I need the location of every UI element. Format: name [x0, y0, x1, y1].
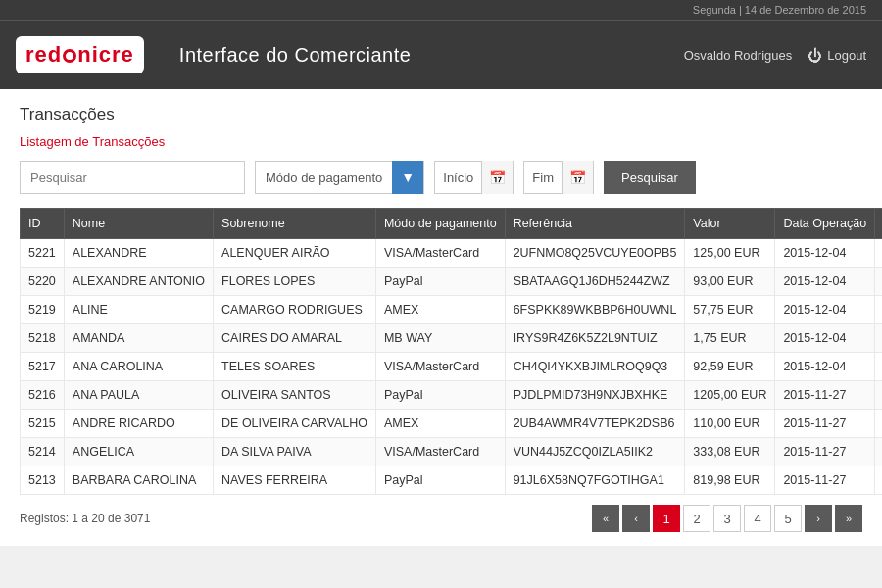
- cell-data-operação: 2015-11-27: [775, 381, 875, 410]
- cell-id: 5214: [21, 438, 65, 466]
- records-info: Registos: 1 a 20 de 3071: [20, 512, 150, 525]
- next-page-button[interactable]: ›: [805, 505, 832, 532]
- cell-estado-da-operação: Autorizado: [875, 268, 882, 296]
- cell-módo-de-pagamento: PayPal: [375, 381, 505, 410]
- cell-referência: PJDLPMID73H9NXJBXHKE: [505, 381, 685, 410]
- cell-data-operação: 2015-12-04: [775, 353, 875, 381]
- cell-sobrenome: ALENQUER AIRÃO: [214, 239, 376, 268]
- transactions-table: IDNomeSobrenomeMódo de pagamentoReferênc…: [20, 208, 882, 495]
- table-row[interactable]: 5215ANDRE RICARDODE OLIVEIRA CARVALHOAME…: [21, 410, 883, 438]
- date-start-input[interactable]: Início 📅: [434, 161, 514, 194]
- cell-sobrenome: CAMARGO RODRIGUES: [214, 296, 376, 324]
- payment-mode-arrow-icon[interactable]: ▼: [392, 161, 423, 194]
- page-button-4[interactable]: 4: [744, 505, 771, 532]
- cell-módo-de-pagamento: MB WAY: [375, 324, 505, 353]
- page-button-5[interactable]: 5: [774, 505, 802, 532]
- table-row[interactable]: 5218AMANDACAIRES DO AMARALMB WAYIRYS9R4Z…: [21, 324, 883, 353]
- section-link[interactable]: Listagem de Transacções: [20, 134, 862, 149]
- cell-valor: 1,75 EUR: [685, 324, 775, 353]
- table-row[interactable]: 5221ALEXANDREALENQUER AIRÃOVISA/MasterCa…: [21, 239, 883, 268]
- cell-id: 5219: [21, 296, 65, 324]
- cell-valor: 110,00 EUR: [685, 410, 775, 438]
- cell-sobrenome: NAVES FERREIRA: [214, 466, 376, 495]
- search-input[interactable]: [20, 161, 245, 194]
- column-header-data-operação: Data Operação: [775, 209, 875, 239]
- column-header-nome: Nome: [64, 209, 213, 239]
- main-header: rednicre Interface do Comerciante Osvald…: [0, 21, 882, 89]
- cell-nome: ANA CAROLINA: [64, 353, 213, 381]
- cell-referência: CH4QI4YKXBJIMLROQ9Q3: [505, 353, 685, 381]
- table-header: IDNomeSobrenomeMódo de pagamentoReferênc…: [21, 209, 883, 239]
- column-header-id: ID: [21, 209, 65, 239]
- filter-bar: Módo de pagamento ▼ Início 📅 Fim 📅 Pesqu…: [20, 161, 862, 194]
- table-row[interactable]: 5220ALEXANDRE ANTONIOFLORES LOPESPayPalS…: [21, 268, 883, 296]
- cell-módo-de-pagamento: PayPal: [375, 466, 505, 495]
- cell-referência: IRYS9R4Z6K5Z2L9NTUIZ: [505, 324, 685, 353]
- cell-data-operação: 2015-12-04: [775, 239, 875, 268]
- cell-nome: ALEXANDRE: [64, 239, 213, 268]
- cell-id: 5221: [21, 239, 65, 268]
- logout-button[interactable]: ⏻ Logout: [808, 47, 866, 64]
- prev-page-button[interactable]: ‹: [622, 505, 650, 532]
- cell-data-operação: 2015-11-27: [775, 410, 875, 438]
- cell-nome: AMANDA: [64, 324, 213, 353]
- page-button-2[interactable]: 2: [683, 505, 710, 532]
- table-row[interactable]: 5219ALINECAMARGO RODRIGUESAMEX6FSPKK89WK…: [21, 296, 883, 324]
- cell-id: 5213: [21, 466, 65, 495]
- cell-estado-da-operação: Não Autorizado: [875, 353, 882, 381]
- cell-data-operação: 2015-11-27: [775, 466, 875, 495]
- cell-valor: 333,08 EUR: [685, 438, 775, 466]
- date-end-label: Fim: [524, 171, 562, 185]
- cell-referência: VUN44J5ZCQ0IZLA5IIK2: [505, 438, 685, 466]
- app-title: Interface do Comerciante: [179, 44, 412, 67]
- calendar-start-icon[interactable]: 📅: [481, 161, 513, 194]
- table-body: 5221ALEXANDREALENQUER AIRÃOVISA/MasterCa…: [21, 239, 883, 495]
- last-page-button[interactable]: »: [835, 505, 862, 532]
- cell-referência: SBATAAGQ1J6DH5244ZWZ: [505, 268, 685, 296]
- cell-valor: 93,00 EUR: [685, 268, 775, 296]
- cell-módo-de-pagamento: AMEX: [375, 410, 505, 438]
- cell-referência: 91JL6X58NQ7FGOTIHGA1: [505, 466, 685, 495]
- cell-módo-de-pagamento: VISA/MasterCard: [375, 239, 505, 268]
- table-row[interactable]: 5216ANA PAULAOLIVEIRA SANTOSPayPalPJDLPM…: [21, 381, 883, 410]
- cell-sobrenome: DE OLIVEIRA CARVALHO: [214, 410, 376, 438]
- column-header-estado-da-operação: Estado da Operação: [875, 209, 882, 239]
- cell-nome: ANGELICA: [64, 438, 213, 466]
- page-title: Transacções: [20, 105, 862, 124]
- payment-mode-select[interactable]: Módo de pagamento ▼: [255, 161, 424, 194]
- cell-referência: 6FSPKK89WKBBP6H0UWNL: [505, 296, 685, 324]
- search-button[interactable]: Pesquisar: [604, 161, 696, 194]
- user-name: Osvaldo Rodrigues: [684, 48, 793, 63]
- pagination: «‹12345›»: [592, 505, 862, 532]
- column-header-módo-de-pagamento: Módo de pagamento: [375, 209, 505, 239]
- cell-nome: ALINE: [64, 296, 213, 324]
- table-row[interactable]: 5217ANA CAROLINATELES SOARESVISA/MasterC…: [21, 353, 883, 381]
- calendar-end-icon[interactable]: 📅: [562, 161, 593, 194]
- table-row[interactable]: 5214ANGELICADA SILVA PAIVAVISA/MasterCar…: [21, 438, 883, 466]
- cell-valor: 819,98 EUR: [685, 466, 775, 495]
- first-page-button[interactable]: «: [592, 505, 619, 532]
- cell-sobrenome: FLORES LOPES: [214, 268, 376, 296]
- cell-módo-de-pagamento: AMEX: [375, 296, 505, 324]
- cell-referência: 2UFNMO8Q25VCUYE0OPB5: [505, 239, 685, 268]
- cell-id: 5217: [21, 353, 65, 381]
- cell-sobrenome: DA SILVA PAIVA: [214, 438, 376, 466]
- cell-valor: 57,75 EUR: [685, 296, 775, 324]
- date-end-input[interactable]: Fim 📅: [523, 161, 594, 194]
- pagination-bar: Registos: 1 a 20 de 3071 «‹12345›»: [20, 495, 862, 536]
- cell-data-operação: 2015-12-04: [775, 324, 875, 353]
- date-start-label: Início: [435, 171, 481, 185]
- cell-id: 5218: [21, 324, 65, 353]
- cell-estado-da-operação: Em Curso: [875, 410, 882, 438]
- power-icon: ⏻: [808, 47, 822, 64]
- cell-valor: 92,59 EUR: [685, 353, 775, 381]
- page-button-1[interactable]: 1: [653, 505, 680, 532]
- column-header-sobrenome: Sobrenome: [214, 209, 376, 239]
- cell-estado-da-operação: Não Autorizado: [875, 324, 882, 353]
- page-button-3[interactable]: 3: [713, 505, 741, 532]
- date-bar: Segunda | 14 de Dezembro de 2015: [0, 0, 882, 21]
- cell-estado-da-operação: Em Curso: [875, 381, 882, 410]
- column-header-referência: Referência: [505, 209, 685, 239]
- table-row[interactable]: 5213BARBARA CAROLINANAVES FERREIRAPayPal…: [21, 466, 883, 495]
- logo: rednicre: [16, 36, 144, 74]
